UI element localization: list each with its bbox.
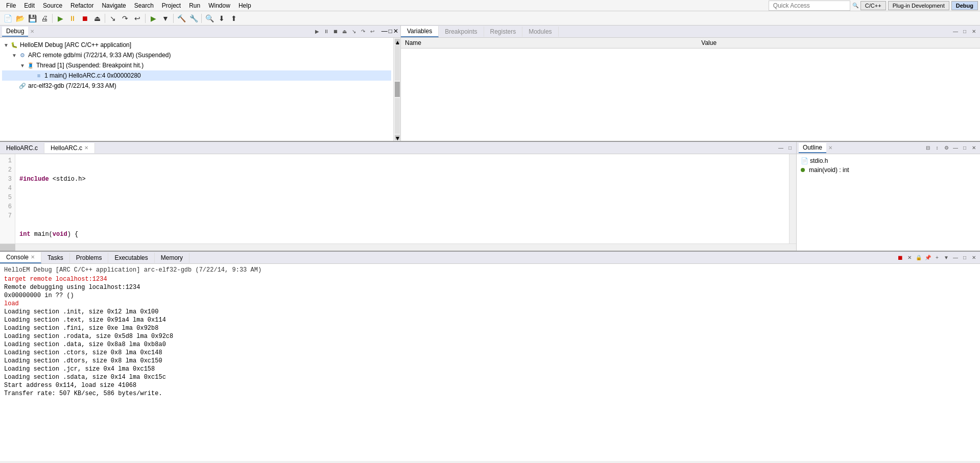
- outline-collapse[interactable]: ⊟: [924, 144, 932, 152]
- toolbar-save[interactable]: 💾: [27, 13, 38, 24]
- tree-item-process[interactable]: ▼ ⚙ ARC remote gdb/mi (7/22/14, 9:33 AM)…: [2, 50, 391, 60]
- menu-source[interactable]: Source: [39, 1, 66, 10]
- code-area[interactable]: #include <stdio.h> int main(void) { prin…: [15, 154, 789, 243]
- toolbar-prev-annotation[interactable]: ⬆: [228, 13, 240, 24]
- debug-minimize-btn[interactable]: —: [381, 28, 388, 36]
- debug-resume-btn[interactable]: ▶: [313, 28, 321, 36]
- debug-scrollbar[interactable]: ▲ ▼: [393, 38, 400, 141]
- menu-run[interactable]: Run: [185, 1, 204, 10]
- toolbar-debug-suspend[interactable]: ⏸: [67, 13, 78, 24]
- debug-step-return-btn[interactable]: ↩: [368, 28, 376, 36]
- menu-refactor[interactable]: Refactor: [66, 1, 98, 10]
- outline-maximize[interactable]: □: [961, 144, 969, 152]
- tasks-tab-label: Tasks: [47, 254, 63, 261]
- toolbar-debug-resume[interactable]: ▶: [55, 13, 66, 24]
- menu-window[interactable]: Window: [204, 1, 234, 10]
- console-tab-close[interactable]: ✕: [31, 254, 35, 260]
- tab-registers[interactable]: Registers: [484, 27, 523, 37]
- debug-tab[interactable]: Debug: [2, 27, 28, 37]
- perspective-debug[interactable]: Debug: [951, 1, 978, 10]
- var-close[interactable]: ✕: [970, 28, 978, 36]
- outline-close[interactable]: ✕: [970, 144, 978, 152]
- editor-tab-1[interactable]: HelloARC.c: [0, 143, 44, 153]
- editor-scrollbar-h[interactable]: [0, 243, 796, 251]
- console-tab-executables[interactable]: Executables: [108, 253, 154, 263]
- scroll-up-btn[interactable]: ▲: [395, 39, 400, 44]
- debug-disconnect-btn[interactable]: ⏏: [341, 28, 349, 36]
- toolbar-new[interactable]: 📄: [2, 13, 13, 24]
- editor-minimize[interactable]: —: [777, 144, 785, 152]
- console-display-options[interactable]: ▼: [942, 254, 950, 262]
- menu-help[interactable]: Help: [234, 1, 255, 10]
- tree-item-thread[interactable]: ▼ 🧵 Thread [1] (Suspended: Breakpoint hi…: [2, 60, 391, 70]
- console-tab-tasks[interactable]: Tasks: [41, 253, 70, 263]
- editor-scrollbar-v[interactable]: [789, 154, 796, 243]
- console-scroll-lock[interactable]: 🔒: [915, 254, 923, 262]
- tab-breakpoints[interactable]: Breakpoints: [439, 27, 484, 37]
- console-stop-btn[interactable]: ⏹: [896, 254, 904, 262]
- toggle-1[interactable]: ▼: [10, 51, 18, 59]
- console-output[interactable]: HelloEM Debug [ARC C/C++ application] ar…: [0, 264, 980, 461]
- toolbar-debug-disconnect[interactable]: ⏏: [91, 13, 103, 24]
- middle-section: HelloARC.c HelloARC.c ✕ — □ 1 2 3 4 5: [0, 142, 980, 252]
- toggle-2[interactable]: ▼: [18, 61, 27, 69]
- console-new-console[interactable]: +: [933, 254, 941, 262]
- menu-navigate[interactable]: Navigate: [98, 1, 130, 10]
- toolbar-search[interactable]: 🔍: [204, 13, 215, 24]
- menu-file[interactable]: File: [2, 1, 20, 10]
- outline-minimize[interactable]: —: [951, 144, 960, 152]
- debug-step-into-btn[interactable]: ↘: [350, 28, 358, 36]
- scroll-thumb[interactable]: [395, 82, 400, 97]
- console-tab-problems[interactable]: Problems: [70, 253, 109, 263]
- console-close[interactable]: ✕: [970, 254, 978, 262]
- editor-tab-2-close[interactable]: ✕: [84, 145, 88, 151]
- menu-search[interactable]: Search: [130, 1, 158, 10]
- toolbar-build[interactable]: 🔨: [176, 13, 187, 24]
- outline-tab[interactable]: Outline: [799, 143, 826, 153]
- console-tab-memory[interactable]: Memory: [155, 253, 189, 263]
- toolbar-build-all[interactable]: 🔧: [188, 13, 199, 24]
- toolbar-step-return[interactable]: ↩: [132, 13, 143, 24]
- perspective-plugin[interactable]: Plug-in Development: [888, 1, 949, 10]
- console-maximize[interactable]: □: [961, 254, 969, 262]
- debug-suspend-btn[interactable]: ⏸: [322, 28, 330, 36]
- toggle-0[interactable]: ▼: [2, 41, 10, 49]
- toolbar-run-last[interactable]: ▼: [160, 13, 171, 24]
- tree-item-frame[interactable]: ▶ ≡ 1 main() HelloARC.c:4 0x00000280: [2, 70, 391, 81]
- tree-item-gdb[interactable]: ▶ 🔗 arc-elf32-gdb (7/22/14, 9:33 AM): [2, 81, 391, 91]
- outline-filter[interactable]: ⚙: [942, 144, 950, 152]
- quick-access-input[interactable]: [769, 1, 850, 11]
- tree-item-debug-session[interactable]: ▼ 🐛 HelloEM Debug [ARC C/C++ application…: [2, 40, 391, 50]
- toolbar-run[interactable]: ▶: [148, 13, 159, 24]
- toolbar-debug-stop[interactable]: ⏹: [79, 13, 90, 24]
- outline-item-stdio[interactable]: 📄 stdio.h: [799, 156, 978, 165]
- debug-stop-btn[interactable]: ⏹: [331, 28, 340, 36]
- debug-maximize-btn[interactable]: □: [389, 28, 392, 36]
- scroll-down-btn[interactable]: ▼: [395, 135, 400, 140]
- h-scroll-thumb[interactable]: [0, 244, 15, 251]
- toolbar-step-into[interactable]: ↘: [107, 13, 118, 24]
- console-pin[interactable]: 📌: [924, 254, 932, 262]
- toolbar-next-annotation[interactable]: ⬇: [216, 13, 227, 24]
- editor-maximize[interactable]: □: [786, 144, 794, 152]
- toolbar-step-over[interactable]: ↷: [119, 13, 131, 24]
- tab-variables[interactable]: Variables: [401, 26, 439, 37]
- editor-tab-2[interactable]: HelloARC.c ✕: [44, 143, 95, 153]
- menu-project[interactable]: Project: [158, 1, 185, 10]
- console-minimize[interactable]: —: [951, 254, 960, 262]
- console-clear-btn[interactable]: ✕: [905, 254, 914, 262]
- perspective-cpp[interactable]: C/C++: [861, 1, 886, 10]
- editor-panel: HelloARC.c HelloARC.c ✕ — □ 1 2 3 4 5: [0, 142, 796, 251]
- var-minimize[interactable]: □: [961, 28, 969, 36]
- debug-close-btn[interactable]: ✕: [393, 28, 398, 36]
- toolbar-open[interactable]: 📂: [14, 13, 26, 24]
- debug-step-over-btn[interactable]: ↷: [359, 28, 367, 36]
- var-collapse-all[interactable]: —: [951, 28, 960, 36]
- toolbar-print[interactable]: 🖨: [39, 13, 50, 24]
- tab-modules[interactable]: Modules: [522, 27, 558, 37]
- outline-item-main[interactable]: main(void) : int: [799, 165, 978, 175]
- menu-edit[interactable]: Edit: [20, 1, 39, 10]
- console-tab-console[interactable]: Console ✕: [0, 252, 41, 263]
- console-actions: ⏹ ✕ 🔒 📌 + ▼ — □ ✕: [896, 254, 980, 262]
- outline-sort[interactable]: ↕: [933, 144, 941, 152]
